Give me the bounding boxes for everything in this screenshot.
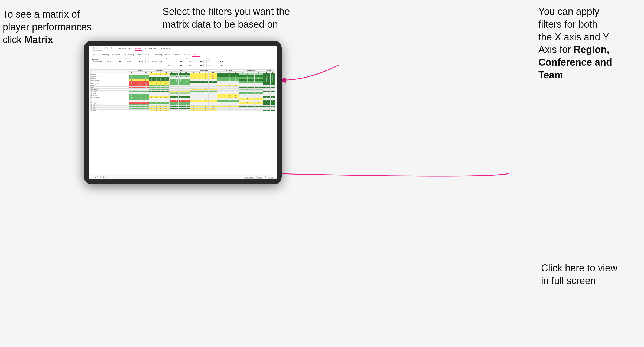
annotation-top-center: Select the filters you want the matrix d… [162, 5, 292, 31]
table-row: 4. M Thorbjornsen 1001 0101 1010 1010 11… [91, 79, 275, 81]
conference-filter: Conference (All) (All) [186, 58, 204, 67]
nav-rankings[interactable]: RANKINGS [161, 47, 173, 51]
annotation-top-right: You can apply filters for both the X axi… [538, 5, 636, 82]
conference-select-1[interactable]: (All) [186, 60, 204, 63]
table-row: 11. M Ege 0101 0104 [91, 92, 275, 94]
grid-icon[interactable]: ⊞ [265, 176, 266, 178]
region-select-1[interactable]: N/A [166, 60, 183, 63]
view-original-btn[interactable]: View: Original [244, 176, 255, 179]
bottom-bar-left: ↩ ↪ ↻ ⊕ ⚙ ⤢ [92, 176, 107, 178]
col-header-6: 6. C Lamprecht [239, 70, 263, 72]
matrix-table: 1. W Ding 2. L Clanton 3. J Koivun 4. M … [90, 69, 275, 111]
division-filter: Division NCAA Division I [145, 58, 163, 63]
players-select-2[interactable]: (All) [206, 64, 224, 67]
watch-btn[interactable]: Watch [256, 176, 263, 179]
sub-nav-matrix-active[interactable]: Matrix [192, 52, 200, 57]
app-logo: SCOREBOARD Powered by clippd [92, 47, 112, 51]
fullscreen-icon[interactable]: ⤢ [105, 176, 107, 178]
sub-nav-matrix[interactable]: Matrix [136, 52, 144, 57]
compact-view-radio[interactable] [92, 61, 93, 62]
compact-view-option[interactable]: Compact View [92, 60, 102, 62]
sub-nav-h2hh[interactable]: H2H H... [182, 52, 192, 57]
sub-nav-h2h-grid[interactable]: H2H Grid [111, 52, 121, 57]
zoom-icon[interactable]: ⊕ [100, 176, 101, 178]
nav-teams[interactable]: TEAMS [135, 47, 142, 51]
region-select-2[interactable]: N/A [166, 64, 183, 67]
table-row: 15. P Maichon 110-19 010-7 410-7 22 [91, 100, 275, 102]
sub-nav-summary[interactable]: Summary [100, 52, 111, 57]
players-select-1[interactable]: (All) [206, 60, 224, 63]
sub-nav-teams[interactable]: Teams [92, 52, 100, 57]
table-row: 16. K Vilips 210-25 2204 3308 0500 01 [91, 102, 275, 104]
col-header-1: 1. W Ding [129, 70, 149, 72]
sub-nav-h2h-heatmap[interactable]: H2H Heatmap [121, 52, 136, 57]
table-row: 18. C Sherwood 2010 1300 010-15 01013 22… [91, 106, 275, 108]
table-row: 13. J Skov Olesen 110-3 210-19 1001 220-… [91, 96, 275, 98]
matrix-content: 1. W Ding 2. L Clanton 3. J Koivun 4. M … [89, 68, 277, 175]
conference-label: Conference [186, 58, 204, 60]
players-filter: Players (All) (All) [206, 58, 224, 67]
tablet-screen: SCOREBOARD Powered by clippd TOURNAMENTS… [89, 46, 277, 179]
table-row: 9. N Gabrelcik 0009 0100 1111 [91, 89, 275, 91]
bottom-bar-right: View: Original Watch ⊞ Share [244, 176, 274, 179]
table-row: 20. M Ford 331-11 0107 11 [91, 110, 275, 111]
table-row: 19. D Ford 2010 200-20 100-1 01013 [91, 108, 275, 110]
division-label: Division [145, 58, 163, 60]
filter-bar: Full View Compact View Max players in vi… [89, 57, 277, 68]
sub-nav-summary2[interactable]: Summary [153, 52, 164, 57]
table-row: 8. P Summerhays 521-48 220-16 010-13 12 [91, 87, 275, 89]
table-row: 14. J Lundin 11010 010-7 [91, 98, 275, 100]
refresh-icon[interactable]: ↻ [97, 176, 99, 178]
max-players-filter: Max players in view Top 25 [105, 58, 122, 63]
full-view-radio[interactable] [92, 59, 93, 60]
table-row: 5. M La Sasso 150-6 0100 04014 01014 030… [91, 81, 275, 83]
sub-nav-detail[interactable]: Detail [164, 52, 171, 57]
max-players-label: Max players in view [105, 58, 122, 60]
bottom-bar: ↩ ↪ ↻ ⊕ ⚙ ⤢ View: Original Watch ⊞ Share [89, 175, 277, 179]
view-options: Full View Compact View [92, 58, 102, 62]
sub-nav-h2h-grid2[interactable]: H2H Grid [171, 52, 182, 57]
logo-title: SCOREBOARD [92, 47, 112, 49]
max-players-select[interactable]: Top 25 [105, 60, 122, 63]
col-header-7: 7. G Sa [263, 70, 275, 72]
division-select[interactable]: NCAA Division I [145, 60, 163, 63]
undo-icon[interactable]: ↩ [92, 176, 93, 178]
conference-select-2[interactable]: (All) [186, 64, 204, 67]
gender-select[interactable]: Men's [125, 60, 143, 63]
sub-nav-players[interactable]: Players [144, 52, 153, 57]
gender-filter: Gender Men's [125, 58, 143, 63]
nav-links: TOURNAMENTS TEAMS COMMITTEE RANKINGS [116, 47, 172, 51]
annotation-top-left: To see a matrix of player performances c… [3, 8, 100, 46]
app-nav: SCOREBOARD Powered by clippd TOURNAMENTS… [89, 46, 277, 52]
players-label: Players [206, 58, 224, 60]
compact-view-label: Compact View [93, 60, 102, 62]
col-header-4: 4. M Thorbjornsen [190, 70, 217, 72]
col-header-2: 2. L Clanton [149, 70, 170, 72]
full-view-label: Full View [93, 58, 99, 60]
region-filter: Region N/A N/A [166, 58, 183, 67]
logo-sub: Powered by clippd [92, 49, 112, 51]
table-row: 10. B Valdes 1101 0100 1001 01011 11 [91, 91, 275, 92]
table-row: 7. G Sargent 200-16 220-15 1003 [91, 85, 275, 87]
annotation-bottom-right: Click here to view in full screen [541, 262, 628, 287]
tablet-device: SCOREBOARD Powered by clippd TOURNAMENTS… [84, 41, 282, 184]
table-row: 1. W Ding 12011 110-2 12017 300 01013 02 [91, 73, 275, 75]
nav-committee[interactable]: COMMITTEE [145, 47, 158, 51]
table-row: 12. M Riedel 110-6 010-6 [91, 94, 275, 96]
table-row: 3. J Koivun 1102 0102 01013 04011 0103 1… [91, 77, 275, 79]
sub-nav: Teams Summary H2H Grid H2H Heatmap Matri… [89, 52, 277, 57]
settings-icon[interactable]: ⚙ [102, 176, 104, 178]
share-btn[interactable]: Share [268, 176, 274, 179]
table-row: 2. L Clanton 216 01013 04011 1010 110-6 … [91, 75, 275, 77]
redo-icon[interactable]: ↪ [94, 176, 96, 178]
table-row: 6. C Lamprecht 100-16 24124 3006 01 [91, 83, 275, 85]
gender-label: Gender [125, 58, 143, 60]
full-view-option[interactable]: Full View [92, 58, 102, 60]
nav-tournaments[interactable]: TOURNAMENTS [116, 47, 132, 51]
table-row: 17. S De La Fuente 2020 110-8 02 [91, 104, 275, 106]
region-label: Region [166, 58, 183, 60]
col-header-3: 3. J Koivun [169, 70, 190, 72]
col-header-5: 5. M La Sasso [217, 70, 239, 72]
col-header-player [91, 70, 129, 73]
